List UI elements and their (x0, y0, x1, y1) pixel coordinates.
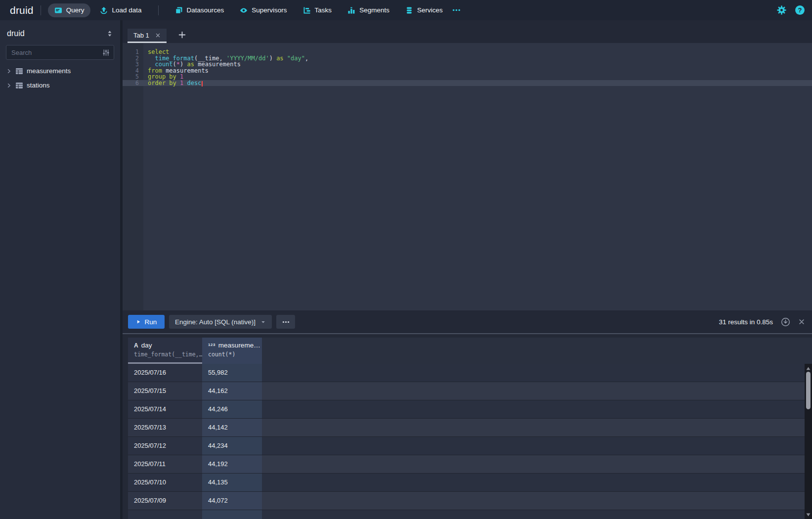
tab-label: Tab 1 (133, 32, 149, 39)
run-button-label: Run (145, 318, 157, 326)
editor-code: select time_format(__time, 'YYYY/MM/dd')… (143, 43, 812, 310)
tab-query-1[interactable]: Tab 1 (128, 29, 167, 42)
cell-day[interactable]: 2025/07/12 (128, 437, 202, 455)
table-row: 2025/07/1044,135 (128, 474, 812, 492)
query-panel: Tab 1 123456 select time_format(__time, … (123, 20, 812, 519)
line-number: 1 (123, 49, 143, 55)
schema-selector[interactable]: druid (0, 20, 120, 45)
triangle-up-icon (806, 367, 811, 370)
caret-down-icon (260, 319, 266, 325)
tree-item-measurements[interactable]: measurements (0, 64, 120, 78)
download-icon[interactable] (781, 317, 790, 327)
help-icon[interactable]: ? (795, 5, 805, 15)
line-number: 5 (123, 74, 143, 80)
cell-day[interactable]: 2025/07/09 (128, 492, 202, 510)
run-more-button[interactable] (276, 315, 295, 329)
results-rows: 2025/07/1655,9822025/07/1544,1622025/07/… (123, 364, 812, 519)
nav-item-label: Query (66, 6, 85, 14)
code-line: group by 1 (148, 74, 812, 80)
table-row: 2025/07/1444,246 (128, 400, 812, 419)
cell-measurements[interactable]: 44,142 (202, 419, 262, 436)
scroll-up-arrow[interactable] (805, 365, 812, 372)
results-count-text: 31 results in 0.85s (719, 318, 773, 326)
table-row: 2025/07/1655,982 (128, 364, 812, 382)
cell-measurements[interactable]: 55,982 (202, 364, 262, 382)
nav-item-label: Datasources (187, 6, 224, 14)
nav-item-tasks[interactable]: Tasks (297, 3, 339, 17)
chevron-right-icon[interactable] (6, 83, 12, 88)
gear-icon[interactable] (777, 5, 786, 15)
engine-dropdown[interactable]: Engine: Auto [SQL (native)] (169, 315, 272, 329)
nav-item-datasources[interactable]: Datasources (169, 3, 231, 17)
nav-right: ? (777, 5, 805, 15)
cell-measurements[interactable]: 44,135 (202, 474, 262, 491)
scrollbar-thumb[interactable] (806, 372, 811, 409)
druid-logo[interactable]: druid (6, 4, 34, 16)
schema-tree: measurementsstations (0, 64, 120, 92)
sql-editor[interactable]: 123456 select time_format(__time, 'YYYY/… (123, 43, 812, 310)
cell-day[interactable] (128, 510, 202, 519)
text-cursor (202, 81, 203, 86)
table-name: measurements (27, 67, 71, 75)
filter-icon[interactable] (102, 49, 110, 56)
cell-day[interactable]: 2025/07/10 (128, 474, 202, 491)
code-line: order by 1 desc (148, 80, 812, 86)
search-input[interactable] (11, 49, 102, 56)
table-row: 2025/07/1244,234 (128, 437, 812, 455)
run-button[interactable]: Run (128, 315, 165, 329)
line-number: 2 (123, 55, 143, 62)
column-header-day[interactable]: Adaytime_format(__time,… (128, 338, 202, 364)
column-header-measureme-[interactable]: 123measureme…count(*) (202, 338, 262, 364)
nav-item-query[interactable]: Query (48, 3, 91, 17)
cell-day[interactable]: 2025/07/13 (128, 419, 202, 436)
cell-day[interactable]: 2025/07/15 (128, 382, 202, 400)
schema-sidebar: druid measurementsstations (0, 20, 120, 519)
nav-more-button[interactable] (449, 6, 464, 14)
cell-measurements[interactable]: 44,246 (202, 400, 262, 418)
nav-items: QueryLoad dataDatasourcesSupervisorsTask… (48, 3, 449, 17)
table-icon (15, 82, 23, 89)
run-bar: Run Engine: Auto [SQL (native)] 31 resul… (123, 310, 812, 334)
tab-bar: Tab 1 (123, 20, 812, 43)
cell-day[interactable]: 2025/07/11 (128, 455, 202, 473)
results-scrollbar[interactable] (805, 364, 812, 519)
cell-measurements[interactable]: 44,162 (202, 382, 262, 400)
nav-item-label: Tasks (315, 6, 332, 14)
cell-measurements[interactable]: 44,234 (202, 437, 262, 455)
cell-day[interactable]: 2025/07/16 (128, 364, 202, 382)
plus-icon (178, 31, 186, 39)
column-name: day (141, 342, 152, 349)
schema-name: druid (7, 29, 25, 38)
column-name: measureme… (218, 342, 260, 349)
nav-item-label: Load data (112, 6, 141, 14)
console-icon (54, 6, 62, 14)
close-results-icon[interactable] (798, 318, 805, 325)
engine-dropdown-label: Engine: Auto [SQL (native)] (175, 318, 256, 326)
double-caret-vertical-icon[interactable] (106, 30, 113, 37)
nav-item-supervisors[interactable]: Supervisors (233, 3, 293, 17)
services-icon (405, 6, 413, 14)
results-table: Adaytime_format(__time,…123measureme…cou… (123, 335, 812, 519)
nav-item-label: Segments (359, 6, 389, 14)
nav-item-segments[interactable]: Segments (341, 3, 396, 17)
cell-measurements[interactable] (202, 510, 262, 519)
tree-item-stations[interactable]: stations (0, 78, 120, 92)
more-icon (282, 318, 290, 326)
tab-close-icon[interactable] (155, 33, 161, 38)
cell-measurements[interactable]: 44,072 (202, 492, 262, 510)
nav-item-load-data[interactable]: Load data (93, 3, 148, 17)
tasks-icon (303, 6, 311, 14)
nav-item-services[interactable]: Services (399, 3, 449, 17)
more-icon (452, 6, 461, 14)
editor-gutter: 123456 (123, 43, 143, 310)
cell-measurements[interactable]: 44,192 (202, 455, 262, 473)
add-tab-button[interactable] (178, 31, 186, 39)
code-line: count(*) as measurements (148, 61, 812, 68)
table-row (128, 510, 812, 519)
druid-console: druid QueryLoad dataDatasourcesSuperviso… (0, 0, 812, 519)
nav-item-label: Services (417, 6, 443, 14)
column-type-icon: 123 (208, 343, 215, 347)
cell-day[interactable]: 2025/07/14 (128, 400, 202, 418)
chevron-right-icon[interactable] (6, 68, 12, 74)
scroll-down-arrow[interactable] (805, 511, 812, 518)
